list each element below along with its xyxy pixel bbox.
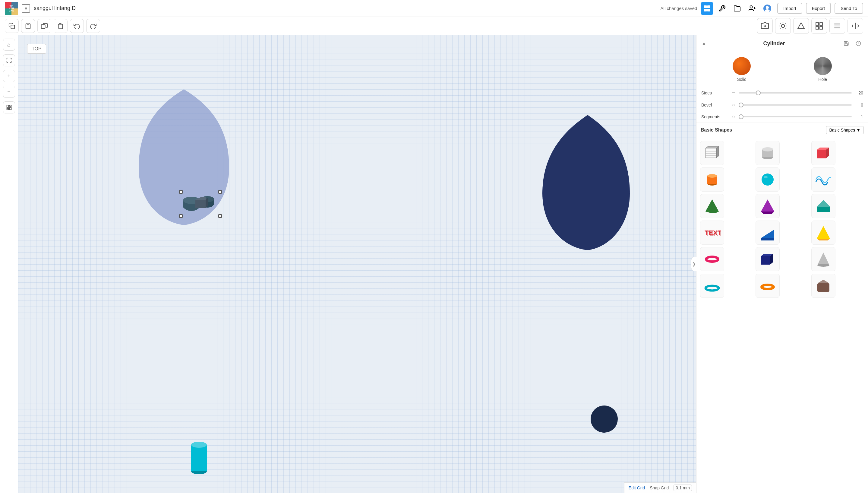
selected-cylinder-group[interactable] <box>181 192 220 216</box>
canvas-area[interactable]: TOP <box>18 35 696 493</box>
shape-gray-cylinder[interactable] <box>756 141 780 165</box>
save-shape-button[interactable] <box>842 39 851 48</box>
fit-view-button[interactable] <box>3 54 15 66</box>
shape-text-3d[interactable]: TEXT TEXT <box>700 220 724 245</box>
svg-point-15 <box>766 6 769 9</box>
autosave-status: All changes saved <box>661 6 698 11</box>
shape-wave[interactable] <box>811 168 836 192</box>
export-button[interactable]: Export <box>806 3 831 14</box>
shape-teal-torus[interactable] <box>700 274 724 298</box>
light-button[interactable] <box>775 18 791 34</box>
svg-point-54 <box>191 442 207 448</box>
send-to-button[interactable]: Send To <box>835 3 863 14</box>
paste-button[interactable] <box>21 19 35 33</box>
sides-slider[interactable] <box>739 92 852 93</box>
solid-option[interactable]: Solid <box>733 57 751 82</box>
shapes-panel-title: Basic Shapes <box>701 127 732 133</box>
svg-point-75 <box>761 173 774 186</box>
sides-value[interactable]: 20 <box>854 90 863 95</box>
import-button[interactable]: Import <box>777 3 802 14</box>
zoom-out-button[interactable]: − <box>3 86 15 98</box>
cylinder-panel-title: Cylinder <box>763 40 785 47</box>
toolbar <box>0 17 868 35</box>
segments-circle: ○ <box>731 114 736 120</box>
bevel-circle: ○ <box>731 102 736 108</box>
shape-button[interactable] <box>793 18 809 34</box>
prop-panel-header: ▲ Cylinder <box>696 35 868 52</box>
document-icon: ≡ <box>22 4 30 13</box>
snap-grid-value[interactable]: 0.1 mm <box>673 485 692 491</box>
shape-green-pyramid[interactable] <box>700 194 724 218</box>
shape-striped-box[interactable] <box>700 141 724 165</box>
camera-button[interactable] <box>757 18 773 34</box>
mirror-button[interactable] <box>847 18 863 34</box>
shape-blue-sphere[interactable] <box>756 168 780 192</box>
delete-button[interactable] <box>54 19 68 33</box>
sides-minus-button[interactable]: − <box>731 90 736 96</box>
shape-gray-cone[interactable] <box>811 247 836 271</box>
svg-marker-88 <box>817 239 830 240</box>
folder-button[interactable] <box>731 2 744 15</box>
grid-view-button[interactable] <box>701 2 713 15</box>
bevel-value[interactable]: 0 <box>854 103 863 107</box>
sel-handle-br[interactable] <box>218 214 222 218</box>
svg-marker-79 <box>761 199 774 212</box>
shapes-grid: TEXT TEXT <box>696 137 868 301</box>
panel-collapse-chevron[interactable]: ❯ <box>691 257 697 271</box>
shape-pink-torus[interactable] <box>700 247 724 271</box>
shape-teal-roof[interactable] <box>811 194 836 218</box>
svg-rect-31 <box>816 23 819 25</box>
undo-button[interactable] <box>70 19 84 33</box>
svg-point-94 <box>817 264 829 267</box>
shapes-dropdown-button[interactable]: Basic Shapes ▼ <box>826 126 864 134</box>
sel-handle-tl[interactable] <box>179 190 183 194</box>
add-user-button[interactable] <box>746 2 758 15</box>
topbar: TIN KER CAD ≡ sanggul lintang D All chan… <box>0 0 868 17</box>
segments-slider[interactable] <box>739 116 852 117</box>
dark-shape[interactable] <box>536 112 639 251</box>
top-nav-icons <box>701 2 774 15</box>
sel-handle-bl[interactable] <box>179 214 183 218</box>
view-label: TOP <box>27 44 46 54</box>
collapse-panel-button[interactable]: ▲ <box>701 40 707 47</box>
segments-row: Segments ○ 1 <box>696 111 868 123</box>
bevel-slider[interactable] <box>739 104 852 106</box>
svg-marker-98 <box>817 280 829 283</box>
svg-marker-78 <box>706 199 719 213</box>
sel-handle-tr[interactable] <box>218 190 222 194</box>
shape-red-box[interactable] <box>811 141 836 165</box>
svg-text:CAD: CAD <box>9 9 14 12</box>
cyan-cylinder[interactable] <box>190 439 208 475</box>
home-view-button[interactable]: ⌂ <box>3 39 15 51</box>
shape-purple-pyramid[interactable] <box>756 194 780 218</box>
svg-rect-18 <box>27 23 29 24</box>
shape-yellow-pyramid[interactable] <box>811 220 836 245</box>
hole-option[interactable]: Hole <box>814 57 832 82</box>
sides-label: Sides <box>701 90 728 95</box>
profile-button[interactable] <box>761 2 774 15</box>
zoom-in-button[interactable]: + <box>3 70 15 82</box>
svg-marker-30 <box>798 23 804 29</box>
info-button[interactable] <box>853 39 863 48</box>
bevel-label: Bevel <box>701 103 728 107</box>
svg-rect-69 <box>817 150 826 158</box>
layout-button[interactable] <box>3 101 15 113</box>
shape-orange-cylinder[interactable] <box>700 168 724 192</box>
align-button[interactable] <box>829 18 845 34</box>
solid-label: Solid <box>737 77 747 82</box>
copy-button[interactable] <box>5 19 19 33</box>
edit-grid-label[interactable]: Edit Grid <box>629 486 645 490</box>
tools-button[interactable] <box>716 2 728 15</box>
main-content: ⌂ + − TOP <box>0 35 868 493</box>
canvas-statusbar: Edit Grid Snap Grid 0.1 mm <box>624 483 696 493</box>
group-button[interactable] <box>811 18 827 34</box>
shape-brown[interactable] <box>811 274 836 298</box>
shape-dark-blue-box[interactable] <box>756 247 780 271</box>
redo-button[interactable] <box>86 19 100 33</box>
shape-blue-wedge[interactable] <box>756 220 780 245</box>
svg-marker-82 <box>817 200 830 207</box>
dark-spot <box>591 406 618 433</box>
duplicate-button[interactable] <box>38 19 51 33</box>
segments-value[interactable]: 1 <box>854 114 863 119</box>
shape-orange-torus[interactable] <box>756 274 780 298</box>
